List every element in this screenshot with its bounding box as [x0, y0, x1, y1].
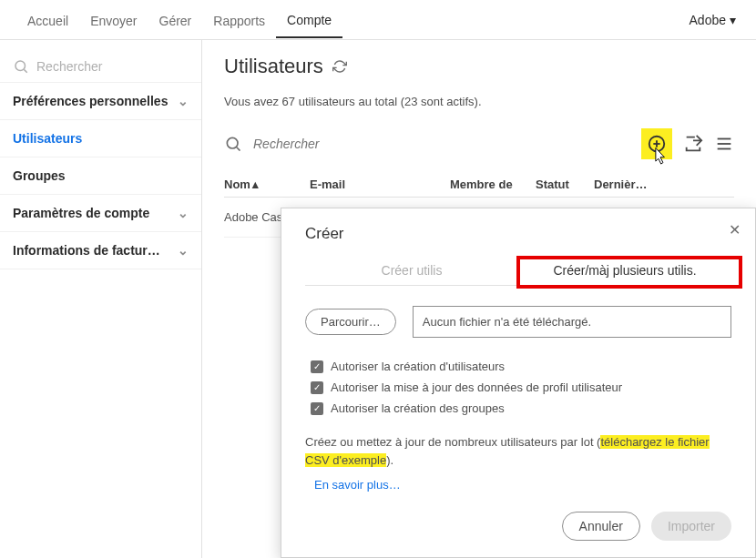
cancel-button[interactable]: Annuler	[562, 512, 640, 541]
create-modal: ✕ Créer Créer utilis Créer/màj plusieurs…	[281, 208, 756, 558]
export-icon[interactable]	[683, 134, 703, 154]
svg-line-3	[237, 147, 240, 151]
modal-title: Créer	[305, 225, 731, 243]
browse-button[interactable]: Parcourir…	[305, 309, 396, 335]
checkbox-checked-icon: ✓	[311, 381, 323, 394]
checkbox-label: Autoriser la création des groupes	[331, 401, 505, 415]
col-member[interactable]: Membre de	[450, 178, 532, 191]
chevron-down-icon: ⌄	[178, 206, 189, 220]
page-title: Utilisateurs	[224, 55, 734, 78]
checkbox-checked-icon: ✓	[311, 402, 323, 415]
checkbox-label: Autoriser la création d'utilisateurs	[331, 360, 505, 373]
tab-gerer[interactable]: Gérer	[148, 3, 203, 37]
col-email[interactable]: E-mail	[310, 178, 446, 191]
sidebar: Rechercher Préférences personnelles ⌄ Ut…	[0, 40, 202, 558]
sidebar-item-label: Groupes	[13, 168, 66, 183]
sidebar-item-billing[interactable]: Informations de factur… ⌄	[0, 232, 201, 269]
menu-icon[interactable]	[714, 134, 734, 154]
table-header: Nom ▴ E-mail Membre de Statut Dernièr…	[224, 168, 734, 198]
sort-asc-icon: ▴	[252, 178, 259, 191]
user-toolbar	[224, 128, 734, 159]
brand-label: Adobe	[690, 13, 726, 27]
import-button[interactable]: Importer	[651, 512, 731, 541]
chevron-down-icon: ⌄	[178, 94, 189, 108]
top-nav: Accueil Envoyer Gérer Rapports Compte Ad…	[0, 0, 756, 40]
sidebar-item-label: Utilisateurs	[13, 131, 82, 146]
refresh-icon[interactable]	[332, 59, 347, 74]
tab-create-bulk[interactable]: Créer/màj plusieurs utilis.	[518, 263, 731, 285]
close-button[interactable]: ✕	[729, 221, 741, 238]
tab-envoyer[interactable]: Envoyer	[79, 3, 148, 37]
sidebar-item-preferences[interactable]: Préférences personnelles ⌄	[0, 82, 201, 120]
tab-compte[interactable]: Compte	[276, 2, 342, 38]
chevron-down-icon: ⌄	[178, 243, 189, 258]
sidebar-item-users[interactable]: Utilisateurs	[0, 120, 201, 157]
svg-point-0	[15, 61, 26, 71]
tab-create-single[interactable]: Créer utilis	[305, 263, 518, 285]
sidebar-search-placeholder: Rechercher	[36, 59, 102, 74]
checkbox-checked-icon: ✓	[311, 360, 323, 373]
sidebar-item-label: Paramètres de compte	[13, 206, 149, 220]
user-search-input[interactable]	[253, 137, 630, 151]
checkbox-allow-create-users[interactable]: ✓ Autoriser la création d'utilisateurs	[305, 360, 731, 373]
user-count-text: Vous avez 67 utilisateurs au total (23 s…	[224, 95, 734, 108]
caret-down-icon: ▾	[730, 13, 736, 27]
sidebar-item-label: Préférences personnelles	[13, 94, 168, 108]
sidebar-item-groups[interactable]: Groupes	[0, 157, 201, 195]
search-icon	[13, 58, 29, 75]
sidebar-item-account-settings[interactable]: Paramètres de compte ⌄	[0, 195, 201, 232]
sidebar-search[interactable]: Rechercher	[0, 51, 201, 82]
tab-rapports[interactable]: Rapports	[202, 3, 276, 37]
svg-line-1	[24, 69, 26, 72]
checkbox-allow-update-profile[interactable]: ✓ Autoriser la mise à jour des données d…	[305, 380, 731, 394]
modal-tabs: Créer utilis Créer/màj plusieurs utilis.	[305, 263, 731, 286]
col-status[interactable]: Statut	[536, 178, 590, 191]
cursor-icon	[650, 147, 670, 167]
file-status-box: Aucun fichier n'a été téléchargé.	[413, 306, 731, 338]
add-user-button[interactable]	[641, 128, 672, 159]
bulk-description: Créez ou mettez à jour de nombreux utili…	[305, 433, 731, 469]
search-icon	[224, 135, 242, 153]
learn-more-link[interactable]: En savoir plus…	[314, 478, 401, 492]
col-name[interactable]: Nom ▴	[224, 178, 306, 191]
svg-point-2	[227, 137, 238, 148]
checkbox-label: Autoriser la mise à jour des données de …	[331, 380, 622, 394]
col-last[interactable]: Dernièr…	[594, 178, 734, 191]
brand-dropdown[interactable]: Adobe ▾	[690, 13, 740, 27]
sidebar-item-label: Informations de factur…	[13, 243, 160, 258]
page-title-text: Utilisateurs	[224, 55, 323, 78]
tab-accueil[interactable]: Accueil	[16, 3, 79, 37]
checkbox-allow-create-groups[interactable]: ✓ Autoriser la création des groupes	[305, 401, 731, 415]
